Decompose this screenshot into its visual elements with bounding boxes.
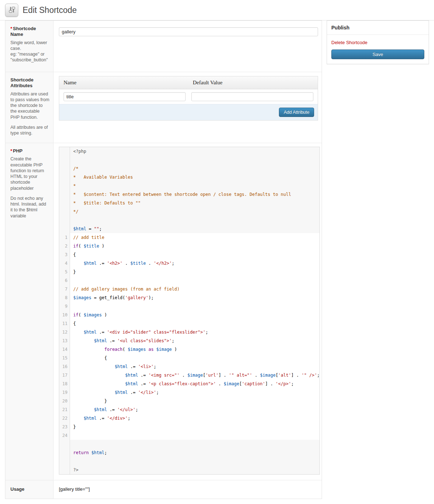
publish-title: Publish bbox=[327, 21, 429, 35]
line-number: 1 bbox=[59, 233, 70, 242]
attribute-row bbox=[59, 89, 318, 104]
add-attribute-button[interactable]: Add Attribute bbox=[279, 108, 314, 117]
required-asterisk: * bbox=[10, 148, 12, 154]
code-line: */ bbox=[59, 207, 319, 216]
usage-label-cell: Usage bbox=[5, 480, 53, 499]
code-line: 7// add gallery images (from an acf fiel… bbox=[59, 285, 319, 293]
required-asterisk: * bbox=[10, 26, 12, 31]
field-row-usage: Usage [gallery title=""] bbox=[5, 480, 322, 499]
line-number: 10 bbox=[59, 311, 70, 319]
line-number: 13 bbox=[59, 336, 70, 345]
attributes-content: Name Default Value Add Attribute bbox=[53, 72, 322, 143]
code-line: 16 $html .= '<li>'; bbox=[59, 362, 319, 371]
field-row-shortcode-name: *Shortcode Name Single word, lower case.… bbox=[5, 21, 322, 72]
shortcode-name-desc-1: Single word, lower case. bbox=[10, 40, 50, 52]
code-line: 17 $html .= '<img src="' . $image['url']… bbox=[59, 371, 319, 380]
line-number: 14 bbox=[59, 345, 70, 354]
line-number: 4 bbox=[59, 259, 70, 268]
line-number bbox=[59, 448, 70, 457]
line-number bbox=[59, 156, 70, 164]
line-number bbox=[59, 173, 70, 182]
code-line: 15 { bbox=[59, 354, 319, 362]
attribute-name-input[interactable] bbox=[64, 92, 186, 101]
code-line: 10if( $images ) bbox=[59, 311, 319, 319]
line-number: 24 bbox=[59, 431, 70, 440]
line-number bbox=[59, 190, 70, 199]
line-number: 23 bbox=[59, 423, 70, 431]
shortcode-name-content bbox=[53, 21, 322, 72]
line-number: 18 bbox=[59, 380, 70, 388]
field-row-php: *PHP Create the executable PHP function … bbox=[5, 143, 322, 480]
code-line: 6 bbox=[59, 276, 319, 285]
php-label: *PHP bbox=[10, 148, 50, 154]
line-number bbox=[59, 207, 70, 216]
usage-value: [gallery title=""] bbox=[53, 480, 322, 499]
line-number: 19 bbox=[59, 388, 70, 397]
field-row-shortcode-attributes: Shortcode Attributes Attributes are used… bbox=[5, 72, 322, 143]
line-number: 5 bbox=[59, 268, 70, 276]
code-line bbox=[59, 156, 319, 164]
edit-shortcode-form: *Shortcode Name Single word, lower case.… bbox=[5, 20, 322, 499]
code-line: return $html; bbox=[59, 448, 319, 457]
line-number bbox=[59, 225, 70, 233]
line-number: 7 bbox=[59, 285, 70, 293]
delete-shortcode-link[interactable]: Delete Shortcode bbox=[331, 40, 367, 45]
line-number bbox=[59, 164, 70, 173]
code-line: 21 $html .= '</ul>'; bbox=[59, 405, 319, 414]
line-number: 2 bbox=[59, 242, 70, 250]
code-line: ?> bbox=[59, 466, 319, 474]
code-line: 8$images = get_field('gallery'); bbox=[59, 293, 319, 302]
sliders-icon bbox=[5, 4, 18, 17]
attribute-default-value-input[interactable] bbox=[191, 92, 313, 101]
line-number bbox=[59, 440, 70, 448]
line-number bbox=[59, 147, 70, 156]
usage-label: Usage bbox=[10, 486, 50, 492]
line-number bbox=[59, 216, 70, 225]
code-line: 2if( $title ) bbox=[59, 242, 319, 250]
line-number bbox=[59, 182, 70, 190]
attributes-table-header: Name Default Value bbox=[59, 76, 318, 89]
attributes-desc-2: All attributes are of type string. bbox=[10, 124, 50, 136]
save-button[interactable]: Save bbox=[331, 50, 424, 59]
line-number: 6 bbox=[59, 276, 70, 285]
page-header: Edit Shortcode bbox=[0, 0, 434, 20]
code-line: * $title: Defaults to "" bbox=[59, 199, 319, 207]
line-number bbox=[59, 457, 70, 466]
code-line: 9 bbox=[59, 302, 319, 311]
code-line: * bbox=[59, 182, 319, 190]
column-header-default-value: Default Value bbox=[188, 76, 318, 89]
code-line: 4 $html .= '<h2>' . $title . '</h2>'; bbox=[59, 259, 319, 268]
code-line: 12 $html .= '<div id="slider" class="fle… bbox=[59, 328, 319, 336]
code-line: * Available Variables bbox=[59, 173, 319, 182]
line-number bbox=[59, 199, 70, 207]
code-line bbox=[59, 440, 319, 448]
code-line: 5} bbox=[59, 268, 319, 276]
shortcode-name-label: *Shortcode Name bbox=[10, 26, 50, 38]
code-line: 23} bbox=[59, 423, 319, 431]
code-line bbox=[59, 457, 319, 466]
line-number: 17 bbox=[59, 371, 70, 380]
code-line: 20 } bbox=[59, 397, 319, 405]
code-line bbox=[59, 216, 319, 225]
code-line: 19 $html .= '</li>'; bbox=[59, 388, 319, 397]
code-line: $html = ""; bbox=[59, 225, 319, 233]
php-label-cell: *PHP Create the executable PHP function … bbox=[5, 143, 53, 480]
line-number: 16 bbox=[59, 362, 70, 371]
code-line: <?php bbox=[59, 147, 319, 156]
line-number: 21 bbox=[59, 405, 70, 414]
php-code-editor[interactable]: <?php/** Available Variables** $content:… bbox=[59, 147, 320, 475]
attributes-label-cell: Shortcode Attributes Attributes are used… bbox=[5, 72, 53, 143]
attributes-label: Shortcode Attributes bbox=[10, 77, 50, 89]
line-number: 12 bbox=[59, 328, 70, 336]
attributes-table-footer: Add Attribute bbox=[59, 104, 318, 120]
code-line: * $content: Text entered between the sho… bbox=[59, 190, 319, 199]
column-header-name: Name bbox=[59, 76, 188, 89]
code-line: 24 bbox=[59, 431, 319, 440]
php-desc-2: Do not echo any html. Instead, add it to… bbox=[10, 196, 50, 219]
line-number: 3 bbox=[59, 250, 70, 259]
shortcode-name-input[interactable] bbox=[59, 27, 318, 36]
attributes-table: Name Default Value Add Attribute bbox=[59, 76, 318, 121]
code-line: 1// add title bbox=[59, 233, 319, 242]
publish-panel: Publish Delete Shortcode Save bbox=[327, 20, 429, 64]
attributes-desc-1: Attributes are used to pass values from … bbox=[10, 91, 50, 120]
